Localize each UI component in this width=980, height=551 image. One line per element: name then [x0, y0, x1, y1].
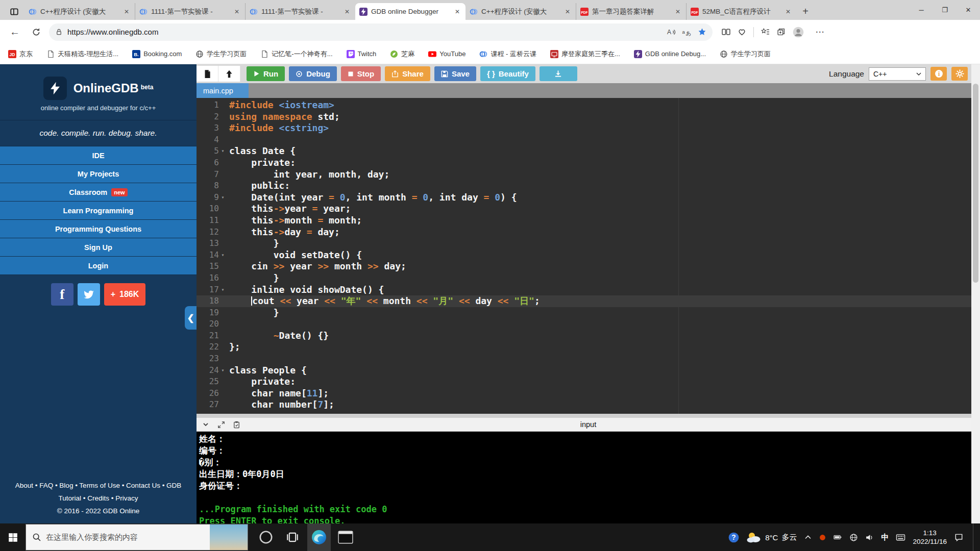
fold-marker-icon[interactable]: ▾	[219, 249, 227, 261]
battery-icon[interactable]	[833, 533, 842, 541]
footer-links-2[interactable]: Tutorial • Credits • Privacy	[0, 492, 197, 505]
show-desktop-strip[interactable]	[973, 523, 976, 551]
fold-marker-icon[interactable]: ▾	[219, 192, 227, 204]
task-view-icon[interactable]	[281, 523, 304, 551]
sidebar-item-sign-up[interactable]: Sign Up	[0, 238, 197, 257]
bookmark-item[interactable]: 课程 - 蓝桥云课	[479, 49, 536, 59]
code-editor[interactable]: 1#include <iostream>2using namespace std…	[197, 98, 980, 414]
close-tab-icon[interactable]: ✕	[122, 8, 131, 15]
translate-icon[interactable]: aあ	[682, 28, 692, 36]
save-button[interactable]: Save	[434, 66, 476, 81]
close-tab-icon[interactable]: ✕	[233, 8, 241, 15]
notification-icon[interactable]	[954, 533, 964, 542]
close-tab-icon[interactable]: ✕	[564, 8, 572, 15]
profile-avatar[interactable]	[793, 27, 804, 38]
back-icon[interactable]: ←	[6, 23, 23, 41]
clipboard-icon[interactable]	[233, 421, 240, 429]
weather-widget[interactable]: 8°C 多云	[746, 531, 797, 543]
stop-button[interactable]: Stop	[341, 66, 381, 81]
sidebar-item-my-projects[interactable]: My Projects	[0, 165, 197, 183]
close-tab-icon[interactable]: ✕	[674, 8, 682, 15]
help-icon[interactable]: ?	[728, 532, 739, 543]
collapse-console-icon[interactable]	[202, 420, 210, 429]
program-console[interactable]: 姓名：编号：�别：出生日期：0年0月0日身份证号： ...Program fin…	[197, 432, 980, 523]
settings-more-icon[interactable]: ⋯	[811, 23, 828, 41]
tray-red-dot-icon[interactable]	[819, 534, 826, 541]
bookmark-item[interactable]: 摩登家庭第三季在...	[550, 49, 620, 59]
tab-actions-icon[interactable]	[4, 3, 24, 20]
bookmark-item[interactable]: 芝麻	[390, 49, 414, 59]
new-tab-button[interactable]: +	[796, 3, 815, 20]
read-aloud-icon[interactable]: A	[667, 28, 676, 36]
minimize-button[interactable]: ─	[910, 0, 933, 20]
browser-tab[interactable]: PDF第一章习题答案详解✕	[576, 3, 686, 20]
bookmark-item[interactable]: 学生学习页面	[195, 49, 247, 59]
footer-links-1[interactable]: About • FAQ • Blog • Terms of Use • Cont…	[0, 479, 197, 492]
bookmark-item[interactable]: GDB online Debug...	[634, 50, 706, 58]
favorite-star-icon[interactable]	[698, 28, 706, 36]
address-bar[interactable]: https://www.onlinegdb.com A aあ	[49, 23, 713, 41]
bookmark-item[interactable]: 学生学习页面	[720, 49, 771, 59]
tray-expand-icon[interactable]	[804, 534, 812, 541]
bookmark-item[interactable]: JD京东	[8, 49, 33, 59]
settings-gear-button[interactable]	[951, 67, 968, 81]
keyboard-icon[interactable]	[896, 533, 905, 541]
maximize-button[interactable]: ❐	[933, 0, 957, 20]
share-button[interactable]: Share	[385, 66, 430, 81]
sidebar-item-ide[interactable]: IDE	[0, 146, 197, 165]
language-select[interactable]: C++	[869, 67, 926, 81]
sidebar-item-login[interactable]: Login	[0, 257, 197, 275]
network-icon[interactable]	[849, 533, 858, 542]
editor-hscrollbar[interactable]	[197, 414, 980, 418]
debug-button[interactable]: Debug	[289, 66, 337, 81]
close-tab-icon[interactable]: ✕	[343, 8, 351, 15]
sidebar-item-learn-programming[interactable]: Learn Programming	[0, 202, 197, 220]
collections-icon[interactable]	[777, 28, 786, 36]
close-tab-icon[interactable]: ✕	[784, 8, 792, 15]
browser-tab[interactable]: C++程序设计 (安徽大✕	[465, 3, 576, 20]
browser-tab[interactable]: 1111-第一节实验课 -✕	[245, 3, 355, 20]
terminal-app-icon[interactable]	[334, 523, 357, 551]
page-scrollbar[interactable]	[971, 64, 980, 523]
sidebar-item-programming-questions[interactable]: Programming Questions	[0, 220, 197, 238]
bookmark-item[interactable]: Twitch	[347, 50, 377, 58]
expand-console-icon[interactable]	[217, 421, 225, 429]
split-screen-icon[interactable]	[722, 28, 730, 36]
close-button[interactable]: ✕	[957, 0, 980, 20]
bookmark-item[interactable]: 记忆笔-一个神奇有...	[260, 49, 332, 59]
search-daily-image[interactable]	[210, 524, 248, 550]
favorites-icon[interactable]	[761, 28, 770, 36]
edge-app-icon[interactable]	[307, 523, 331, 551]
sidebar-item-classroom[interactable]: Classroomnew	[0, 183, 197, 202]
close-tab-icon[interactable]: ✕	[453, 8, 461, 15]
taskbar-clock[interactable]: 1:13 2022/11/16	[913, 529, 947, 546]
new-file-button[interactable]	[197, 66, 218, 82]
url-text[interactable]: https://www.onlinegdb.com	[67, 28, 662, 36]
facebook-icon[interactable]: f	[51, 283, 74, 306]
info-button[interactable]: i	[930, 67, 947, 81]
browser-tab[interactable]: C++程序设计 (安徽大✕	[24, 3, 135, 20]
page-scrollbar-thumb[interactable]	[973, 84, 978, 283]
twitter-icon[interactable]	[78, 283, 100, 306]
taskbar-search[interactable]: 在这里输入你要搜索的内容	[26, 524, 248, 550]
browser-tab[interactable]: PDF52MB_C语言程序设计✕	[686, 3, 796, 20]
volume-icon[interactable]	[865, 533, 874, 542]
bookmark-item[interactable]: YouTube	[428, 50, 465, 58]
bookmark-item[interactable]: B.Booking.com	[132, 50, 182, 58]
beautify-button[interactable]: { }Beautify	[480, 66, 535, 81]
sidebar-collapse-handle[interactable]: ❮	[185, 306, 197, 330]
bookmark-item[interactable]: 天猫精选-理想生活...	[46, 49, 118, 59]
start-button[interactable]	[0, 523, 26, 551]
ime-indicator[interactable]: 中	[881, 533, 889, 542]
fold-marker-icon[interactable]: ▾	[219, 284, 227, 296]
fold-marker-icon[interactable]: ▾	[219, 145, 227, 157]
share-count-button[interactable]: +186K	[104, 283, 146, 306]
browser-tab[interactable]: GDB online Debugger✕	[355, 3, 465, 20]
file-tab-main-cpp[interactable]: main.cpp	[197, 83, 249, 98]
fold-marker-icon[interactable]: ▾	[219, 365, 227, 377]
download-button[interactable]	[540, 66, 577, 81]
upload-button[interactable]	[218, 66, 240, 82]
circle-app-icon[interactable]	[254, 523, 278, 551]
refresh-icon[interactable]	[28, 23, 45, 41]
browser-essentials-icon[interactable]	[738, 28, 746, 36]
